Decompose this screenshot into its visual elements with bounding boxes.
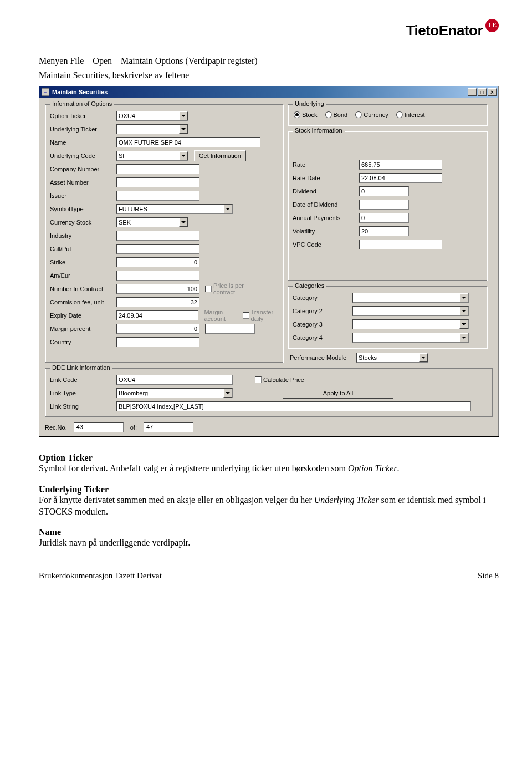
apply-to-all-button[interactable]: Apply to All <box>283 388 393 399</box>
strike-input[interactable] <box>116 257 200 267</box>
window-maximize-button[interactable]: □ <box>478 88 487 96</box>
rate-date-input[interactable] <box>359 173 442 183</box>
date-of-dividend-input[interactable] <box>359 200 409 210</box>
radio-interest[interactable]: Interest <box>396 111 425 118</box>
underlying-ticker-input[interactable] <box>116 124 188 134</box>
chevron-down-icon[interactable] <box>223 205 232 213</box>
dividend-input[interactable] <box>359 186 409 196</box>
underlying-code-input[interactable] <box>116 151 188 161</box>
radio-bond[interactable]: Bond <box>325 111 348 118</box>
chevron-down-icon[interactable] <box>179 125 188 134</box>
link-type-input[interactable] <box>116 388 233 398</box>
currency-stock-combo[interactable] <box>116 217 188 227</box>
category-input[interactable] <box>352 293 469 303</box>
expiry-date-input[interactable] <box>116 310 198 320</box>
chevron-down-icon[interactable] <box>459 307 468 315</box>
chevron-down-icon[interactable] <box>459 320 468 329</box>
get-information-button[interactable]: Get Information <box>194 150 246 161</box>
label-am-eur: Am/Eur <box>50 272 116 279</box>
brand-logo: TietoEnator TE <box>39 22 499 39</box>
section-title-underlying-ticker: Underlying Ticker <box>39 485 499 495</box>
section-body-underlying-ticker: For å knytte derivatet sammen med en aks… <box>39 495 499 518</box>
category3-input[interactable] <box>352 319 469 329</box>
label-of: of: <box>130 424 137 431</box>
window-minimize-button[interactable]: _ <box>468 88 477 96</box>
window-close-button[interactable]: × <box>488 88 497 96</box>
label-asset-number: Asset Number <box>50 179 116 186</box>
label-annual-payments: Annual Payments <box>293 215 359 221</box>
label-margin-account: Margin account <box>204 309 242 322</box>
option-ticker-input[interactable] <box>116 111 188 121</box>
annual-payments-input[interactable] <box>359 213 409 223</box>
link-string-input[interactable] <box>116 401 471 411</box>
vpc-code-input[interactable] <box>359 240 442 249</box>
section-title-name: Name <box>39 527 499 537</box>
label-expiry-date: Expiry Date <box>50 312 116 319</box>
chevron-down-icon[interactable] <box>419 353 428 362</box>
label-calculate-price: Calculate Price <box>263 376 304 383</box>
number-in-contract-input[interactable] <box>116 284 200 294</box>
label-margin-percent: Margin percent <box>50 325 116 332</box>
rate-input[interactable] <box>359 160 442 170</box>
volatility-input[interactable] <box>359 226 409 236</box>
category4-combo[interactable] <box>352 333 469 343</box>
label-category3: Category 3 <box>293 321 352 328</box>
category4-input[interactable] <box>352 333 469 343</box>
call-put-input[interactable] <box>116 244 200 254</box>
issuer-input[interactable] <box>116 191 200 201</box>
chevron-down-icon[interactable] <box>223 389 232 398</box>
label-issuer: Issuer <box>50 192 116 199</box>
rec-no-value: 43 <box>74 422 124 432</box>
asset-number-input[interactable] <box>116 177 200 187</box>
label-price-per-contract: Price is per contract <box>213 282 252 296</box>
link-code-input[interactable] <box>116 375 233 385</box>
industry-input[interactable] <box>116 231 200 241</box>
chevron-down-icon[interactable] <box>459 293 468 302</box>
symbol-type-input[interactable] <box>116 204 233 214</box>
section-body-name: Juridisk navn på underliggende verdipapi… <box>39 537 499 549</box>
section-title-option-ticker: Option Ticker <box>39 453 499 463</box>
label-date-of-dividend: Date of Dividend <box>293 201 359 208</box>
currency-stock-input[interactable] <box>116 217 188 227</box>
group-title-stockinfo: Stock Information <box>293 127 345 134</box>
group-underlying: Underlying Stock Bond Currency Interest <box>288 104 487 125</box>
margin-account-checkbox[interactable] <box>243 312 249 319</box>
label-performance-module: Performance Module <box>290 354 356 361</box>
name-input[interactable] <box>116 137 260 147</box>
underlying-ticker-combo[interactable] <box>116 124 188 134</box>
commision-fee-input[interactable] <box>116 297 200 307</box>
radio-icon <box>355 111 362 118</box>
country-input[interactable] <box>116 337 200 347</box>
link-type-combo[interactable] <box>116 388 233 398</box>
category3-combo[interactable] <box>352 319 469 329</box>
category2-combo[interactable] <box>352 306 469 316</box>
radio-currency[interactable]: Currency <box>355 111 388 118</box>
option-ticker-combo[interactable] <box>116 111 188 121</box>
price-per-contract-checkbox[interactable] <box>205 286 212 292</box>
performance-module-combo[interactable] <box>356 353 428 363</box>
symbol-type-combo[interactable] <box>116 204 233 214</box>
underlying-code-combo[interactable] <box>116 151 188 161</box>
label-rate-date: Rate Date <box>293 175 359 181</box>
label-rate: Rate <box>293 161 359 168</box>
doc-heading-2: Maintain Securities, beskrivelse av felt… <box>39 70 499 80</box>
am-eur-input[interactable] <box>116 271 200 281</box>
window-titlebar: ≡ Maintain Securities _ □ × <box>39 86 498 98</box>
category2-input[interactable] <box>352 306 469 316</box>
radio-stock[interactable]: Stock <box>294 111 318 118</box>
chevron-down-icon[interactable] <box>459 333 468 342</box>
chevron-down-icon[interactable] <box>179 111 188 120</box>
company-number-input[interactable] <box>116 164 200 174</box>
window-sysmenu-icon[interactable]: ≡ <box>42 88 49 96</box>
window-title: Maintain Securities <box>52 89 467 95</box>
chevron-down-icon[interactable] <box>179 218 188 227</box>
calculate-price-checkbox[interactable] <box>255 376 262 383</box>
performance-module-input[interactable] <box>356 353 428 363</box>
label-country: Country <box>50 339 116 345</box>
margin-extra-input[interactable] <box>205 324 255 334</box>
margin-percent-input[interactable] <box>116 324 200 334</box>
radio-icon <box>294 111 300 118</box>
category-combo[interactable] <box>352 293 469 303</box>
chevron-down-icon[interactable] <box>179 151 188 160</box>
label-category4: Category 4 <box>293 334 352 341</box>
